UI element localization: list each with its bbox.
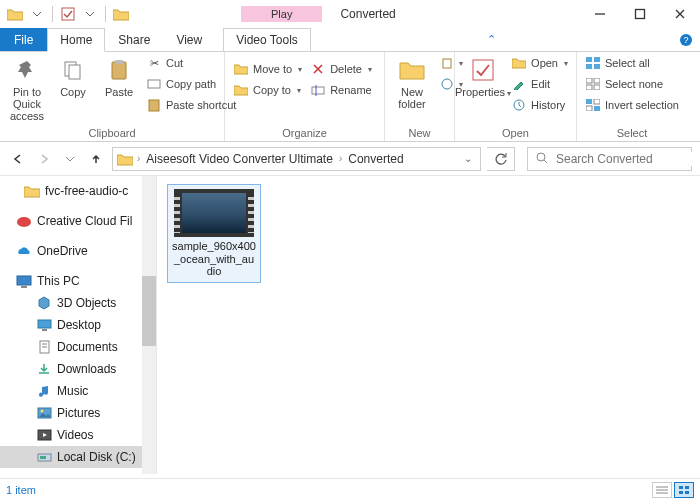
svg-rect-41 <box>40 456 46 459</box>
nav-scrollbar[interactable] <box>142 176 156 474</box>
pictures-icon <box>36 405 52 421</box>
nav-item[interactable]: OneDrive <box>0 240 156 262</box>
search-input[interactable] <box>556 152 700 166</box>
svg-rect-33 <box>42 329 47 331</box>
creative-cloud-icon <box>16 213 32 229</box>
forward-button[interactable] <box>34 149 54 169</box>
open-icon <box>511 55 527 71</box>
copy-path-icon <box>146 76 162 92</box>
copy-to-button[interactable]: Copy to <box>231 81 304 99</box>
nav-item[interactable]: fvc-free-audio-c <box>0 180 156 202</box>
address-dropdown[interactable]: ⌄ <box>460 153 476 164</box>
svg-rect-17 <box>594 57 600 62</box>
svg-point-13 <box>442 79 452 89</box>
delete-button[interactable]: Delete <box>308 60 374 78</box>
move-to-button[interactable]: Move to <box>231 60 304 78</box>
select-all-icon <box>585 55 601 71</box>
nav-item[interactable]: Documents <box>0 336 156 358</box>
home-tab[interactable]: Home <box>47 28 105 52</box>
onedrive-icon <box>16 243 32 259</box>
navigation-pane: fvc-free-audio-c Creative Cloud Fil OneD… <box>0 176 157 474</box>
invert-selection-button[interactable]: Invert selection <box>583 96 681 114</box>
move-to-icon <box>233 61 249 77</box>
share-tab[interactable]: Share <box>105 28 163 51</box>
svg-rect-9 <box>149 100 159 111</box>
breadcrumb-seg2[interactable]: Converted <box>346 152 405 166</box>
svg-rect-32 <box>38 320 51 328</box>
disk-icon <box>36 449 52 465</box>
minimize-button[interactable] <box>580 0 620 28</box>
maximize-button[interactable] <box>620 0 660 28</box>
icons-view-button[interactable] <box>674 482 694 498</box>
address-bar[interactable]: › Aiseesoft Video Converter Ultimate › C… <box>112 147 481 171</box>
properties-button[interactable]: Properties <box>461 54 505 101</box>
svg-rect-26 <box>586 106 592 111</box>
back-button[interactable] <box>8 149 28 169</box>
svg-rect-31 <box>21 286 27 288</box>
nav-item[interactable]: Pictures <box>0 402 156 424</box>
svg-rect-12 <box>443 59 451 68</box>
select-all-button[interactable]: Select all <box>583 54 681 72</box>
status-item-count: 1 item <box>6 484 36 496</box>
open-group-label: Open <box>461 125 570 141</box>
video-thumbnail <box>174 189 254 237</box>
new-folder-button[interactable]: New folder <box>391 54 433 112</box>
search-box[interactable] <box>527 147 692 171</box>
nav-item[interactable]: This PC <box>0 270 156 292</box>
refresh-button[interactable] <box>487 147 515 171</box>
svg-rect-22 <box>586 85 592 90</box>
svg-rect-49 <box>679 491 683 494</box>
qat-dropdown-icon[interactable] <box>28 5 46 23</box>
video-tools-tab[interactable]: Video Tools <box>223 28 311 51</box>
documents-icon <box>36 339 52 355</box>
help-dropdown-icon[interactable]: ⌃ <box>477 28 505 51</box>
edit-icon <box>511 76 527 92</box>
window-title: Converted <box>340 7 395 21</box>
paste-shortcut-icon <box>146 97 162 113</box>
view-tab[interactable]: View <box>163 28 215 51</box>
svg-point-29 <box>17 217 31 227</box>
paste-button[interactable]: Paste <box>98 54 140 100</box>
svg-rect-48 <box>685 486 689 489</box>
delete-icon <box>310 61 326 77</box>
this-pc-icon <box>16 273 32 289</box>
file-item[interactable]: sample_960x400_ocean_with_audio <box>167 184 261 283</box>
nav-item[interactable]: 3D Objects <box>0 292 156 314</box>
folder-address-icon <box>117 151 133 167</box>
svg-rect-16 <box>586 57 592 62</box>
nav-item[interactable]: Local Disk (C:) <box>0 446 156 468</box>
help-icon[interactable]: ? <box>672 28 700 51</box>
desktop-icon <box>36 317 52 333</box>
up-button[interactable] <box>86 149 106 169</box>
svg-rect-5 <box>69 65 80 79</box>
nav-item[interactable]: Desktop <box>0 314 156 336</box>
open-button[interactable]: Open <box>509 54 570 72</box>
select-none-button[interactable]: Select none <box>583 75 681 93</box>
pin-to-quick-access-button[interactable]: Pin to Quick access <box>6 54 48 124</box>
nav-item[interactable]: Creative Cloud Fil <box>0 210 156 232</box>
details-view-button[interactable] <box>652 482 672 498</box>
history-button[interactable]: History <box>509 96 570 114</box>
clipboard-group-label: Clipboard <box>6 125 218 141</box>
close-button[interactable] <box>660 0 700 28</box>
nav-item[interactable]: Videos <box>0 424 156 446</box>
nav-item[interactable]: Music <box>0 380 156 402</box>
properties-qat-icon[interactable] <box>59 5 77 23</box>
nav-item[interactable]: Downloads <box>0 358 156 380</box>
copy-button[interactable]: Copy <box>52 54 94 100</box>
svg-rect-21 <box>594 78 600 83</box>
file-tab[interactable]: File <box>0 28 47 51</box>
content-pane[interactable]: sample_960x400_ocean_with_audio <box>157 176 700 474</box>
qat-dropdown2-icon[interactable] <box>81 5 99 23</box>
svg-rect-14 <box>473 60 493 80</box>
folder-icon-2 <box>112 5 130 23</box>
videos-icon <box>36 427 52 443</box>
copy-to-icon <box>233 82 249 98</box>
svg-rect-25 <box>594 99 600 104</box>
rename-button[interactable]: Rename <box>308 81 374 99</box>
edit-button[interactable]: Edit <box>509 75 570 93</box>
svg-rect-10 <box>312 87 324 94</box>
select-group-label: Select <box>583 125 681 141</box>
breadcrumb-seg1[interactable]: Aiseesoft Video Converter Ultimate <box>144 152 335 166</box>
recent-dropdown[interactable] <box>60 149 80 169</box>
